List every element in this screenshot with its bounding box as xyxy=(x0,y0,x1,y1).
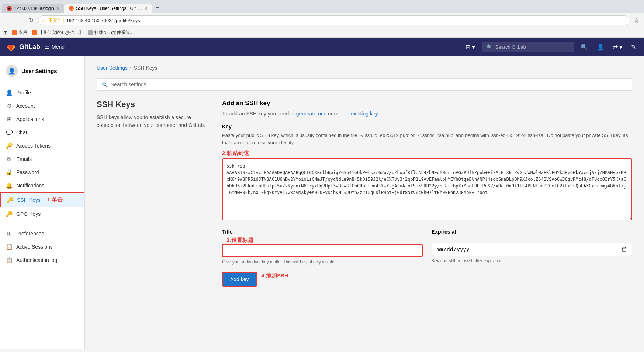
key-field-description: Paste your public SSH key, which is usua… xyxy=(222,132,632,146)
sidebar-label-notifications: Notifications xyxy=(16,183,44,189)
browser-tab-1[interactable]: ● 127.0.0.1:8080/login ✕ xyxy=(2,4,64,13)
title-form-group: Title 3.设置标题 Jenkins-SSH-Keys Give your … xyxy=(222,229,423,265)
browser-toolbar: ← → ↻ ⚠ 不安全 | 192.168.40.150:7002/-/prof… xyxy=(0,13,644,28)
bookmark3-favicon xyxy=(88,30,93,35)
bookmark1-favicon xyxy=(12,30,17,35)
sidebar-item-emails[interactable]: ✉ Emails xyxy=(0,152,84,166)
sidebar-item-preferences[interactable]: ⊞ Preferences xyxy=(0,227,84,240)
sidebar-label-gpg-keys: GPG Keys xyxy=(16,211,41,217)
expires-input[interactable] xyxy=(432,243,632,256)
search-settings-bar[interactable]: 🔍 xyxy=(97,78,632,91)
gitlab-logo[interactable]: GitLab xyxy=(6,42,40,52)
tab1-close[interactable]: ✕ xyxy=(56,6,60,11)
sidebar-label-account: Account xyxy=(16,103,35,109)
security-icon: ⚠ xyxy=(42,18,46,23)
account-icon: ⚙ xyxy=(6,103,13,109)
add-desc-prefix: To add an SSH key you need to xyxy=(222,111,295,117)
expires-label: Expires at xyxy=(432,229,632,235)
add-ssh-title: Add an SSH key xyxy=(222,100,632,107)
bookmarks-icon: ⊞ xyxy=(4,30,7,35)
ssh-keys-layout: SSH Keys SSH keys allow you to establish… xyxy=(97,100,632,287)
menu-button[interactable]: ☰ Menu xyxy=(45,44,65,50)
tab2-close[interactable]: ✕ xyxy=(144,6,148,11)
sidebar-user: 👤 User Settings xyxy=(0,62,84,83)
active-sessions-icon: 📋 xyxy=(6,244,13,250)
breadcrumb-separator: › xyxy=(130,65,132,71)
sidebar-item-applications[interactable]: ⊞ Applications xyxy=(0,113,84,126)
create-button[interactable]: ⊞ ▾ xyxy=(463,41,477,53)
browser-tab-2[interactable]: 🦊 SSH Keys · User Settings · GitL... ✕ xyxy=(64,4,152,13)
gitlab-logo-text: GitLab xyxy=(19,43,40,51)
new-tab-button[interactable]: + xyxy=(152,2,163,13)
password-icon: 🔒 xyxy=(6,169,13,176)
bookmark-3[interactable]: 挂载NFS文件系统... xyxy=(88,30,134,36)
existing-key-link[interactable]: existing key xyxy=(351,111,378,117)
address-text: 192.168.40.150:7002/-/profile/keys xyxy=(66,18,140,23)
expires-hint: Key can still be used after expiration. xyxy=(432,258,632,263)
sidebar-item-auth-log[interactable]: 📋 Authentication log xyxy=(0,253,84,267)
bookmark-1[interactable]: 应用 xyxy=(12,30,27,36)
bookmark3-label: 挂载NFS文件系统... xyxy=(94,30,134,36)
header-search[interactable]: 🔍 xyxy=(482,42,574,52)
generate-link[interactable]: generate one xyxy=(296,111,327,117)
forward-button[interactable]: → xyxy=(15,16,24,25)
sidebar-item-ssh-keys[interactable]: 🔑 SSH Keys 1.单击 xyxy=(0,192,84,207)
sidebar-item-gpg-keys[interactable]: 🔑 GPG Keys xyxy=(0,207,84,221)
sidebar-label-preferences: Preferences xyxy=(16,231,44,237)
title-input[interactable]: Jenkins-SSH-Keys xyxy=(222,244,423,257)
sidebar-label-active-sessions: Active Sessions xyxy=(16,244,53,250)
main-layout: 👤 User Settings 👤 Profile ⚙ Account ⊞ Ap… xyxy=(0,56,644,349)
sidebar-item-account[interactable]: ⚙ Account xyxy=(0,99,84,113)
add-key-button[interactable]: Add key xyxy=(222,272,257,287)
header-search-input[interactable] xyxy=(495,44,562,50)
key-field-label: Key xyxy=(222,124,632,130)
back-button[interactable]: ← xyxy=(4,16,13,25)
breadcrumb: User Settings › SSH Keys xyxy=(97,65,632,71)
gpg-keys-icon: 🔑 xyxy=(6,211,13,217)
bookmark2-favicon xyxy=(32,30,37,35)
bookmark2-label: 【最佳实践汇总-官...】 xyxy=(38,30,83,36)
sidebar-username: User Settings xyxy=(21,68,57,74)
applications-icon: ⊞ xyxy=(6,116,13,122)
sidebar-item-password[interactable]: 🔒 Password xyxy=(0,166,84,179)
step4-annotation: 4.添加SSH xyxy=(262,272,288,279)
sidebar-label-auth-log: Authentication log xyxy=(16,257,57,263)
chat-icon: 💬 xyxy=(6,129,13,136)
emails-icon: ✉ xyxy=(6,156,13,162)
profile-icon-btn[interactable]: 👤 xyxy=(595,41,606,53)
breadcrumb-parent[interactable]: User Settings xyxy=(97,65,128,71)
ssh-keys-icon: 🔑 xyxy=(7,197,13,203)
sidebar-item-profile[interactable]: 👤 Profile xyxy=(0,86,84,99)
address-bar[interactable]: ⚠ 不安全 | 192.168.40.150:7002/-/profile/ke… xyxy=(38,15,629,25)
header-search-btn[interactable]: 🔍 xyxy=(578,41,590,53)
sidebar-label-applications: Applications xyxy=(16,116,44,122)
gitlab-logo-icon xyxy=(6,42,16,52)
step2-annotation: 2.粘贴到这 xyxy=(222,150,632,157)
sidebar-label-access-tokens: Access Tokens xyxy=(16,143,51,149)
add-ssh-description: To add an SSH key you need to generate o… xyxy=(222,110,632,118)
refresh-button[interactable]: ↻ xyxy=(27,15,35,25)
search-settings-input[interactable] xyxy=(111,82,627,87)
sidebar-item-chat[interactable]: 💬 Chat xyxy=(0,126,84,139)
sidebar-divider xyxy=(0,224,84,224)
key-textarea[interactable]: ssh-rsa AAAAB3NzaC1yc2EAAAADAQABAABgQCtC… xyxy=(222,158,632,220)
sidebar-item-notifications[interactable]: 🔔 Notifications xyxy=(0,179,84,192)
browser-tabs: ● 127.0.0.1:8080/login ✕ 🦊 SSH Keys · Us… xyxy=(0,0,644,13)
step3-annotation: 3.设置标题 xyxy=(226,237,253,243)
bookmark-button[interactable]: ☆ xyxy=(632,15,640,25)
breadcrumb-current: SSH Keys xyxy=(134,65,157,71)
sidebar-item-active-sessions[interactable]: 📋 Active Sessions xyxy=(0,240,84,253)
search-icon: 🔍 xyxy=(101,82,108,87)
merge-requests-btn[interactable]: ⇄ ▾ xyxy=(611,41,624,53)
title-hint: Give your individual key a title. This w… xyxy=(222,259,423,265)
sidebar-label-chat: Chat xyxy=(16,130,27,135)
auth-log-icon: 📋 xyxy=(6,257,13,263)
expires-form-group: Expires at Key can still be used after e… xyxy=(432,229,632,265)
tab2-favicon: 🦊 xyxy=(69,6,74,11)
notifications-icon: 🔔 xyxy=(6,182,13,189)
bookmark-2[interactable]: 【最佳实践汇总-官...】 xyxy=(32,30,83,36)
profile-icon: 👤 xyxy=(6,89,13,96)
sidebar-item-access-tokens[interactable]: 🔑 Access Tokens xyxy=(0,139,84,152)
issues-btn[interactable]: ✎ xyxy=(629,41,638,53)
browser-bookmarks: ⊞ 应用 【最佳实践汇总-官...】 挂载NFS文件系统... xyxy=(0,28,644,38)
